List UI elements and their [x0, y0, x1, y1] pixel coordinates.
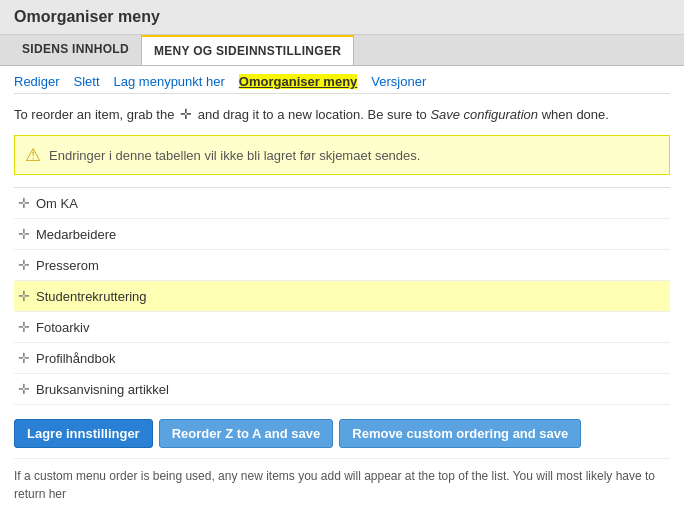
menu-item-presserom[interactable]: ✛ Presserom — [14, 250, 670, 281]
menu-item-om-ka[interactable]: ✛ Om KA — [14, 188, 670, 219]
drag-handle-bruksanvisning[interactable]: ✛ — [18, 381, 30, 397]
menu-item-label-om-ka: Om KA — [36, 196, 78, 211]
menu-item-fotoarkiv[interactable]: ✛ Fotoarkiv — [14, 312, 670, 343]
page-title: Omorganiser meny — [14, 8, 670, 26]
sub-nav: Rediger Slett Lag menypunkt her Omorgani… — [14, 74, 670, 94]
button-bar: Lagre innstillinger Reorder Z to A and s… — [14, 419, 670, 448]
drag-handle-presserom[interactable]: ✛ — [18, 257, 30, 273]
subnav-rediger[interactable]: Rediger — [14, 74, 60, 89]
menu-item-studentrekruttering[interactable]: ✛ Studentrekruttering — [14, 281, 670, 312]
footer-note-text: If a custom menu order is being used, an… — [14, 469, 655, 501]
content-area: Rediger Slett Lag menypunkt her Omorgani… — [0, 66, 684, 511]
page-wrapper: Omorganiser meny SIDENS INNHOLD MENY OG … — [0, 0, 684, 526]
instruction-text: To reorder an item, grab the ✛ and drag … — [14, 104, 670, 125]
menu-item-label-studentrekruttering: Studentrekruttering — [36, 289, 147, 304]
menu-item-label-presserom: Presserom — [36, 258, 99, 273]
menu-item-bruksanvisning[interactable]: ✛ Bruksanvisning artikkel — [14, 374, 670, 405]
save-button[interactable]: Lagre innstillinger — [14, 419, 153, 448]
warning-icon: ⚠ — [25, 144, 41, 166]
subnav-lag-menypunkt-her[interactable]: Lag menypunkt her — [114, 74, 225, 89]
remove-custom-ordering-button[interactable]: Remove custom ordering and save — [339, 419, 581, 448]
instruction-part2: and drag it to a new location. Be sure t… — [198, 107, 431, 122]
menu-item-profilhandbok[interactable]: ✛ Profilhåndbok — [14, 343, 670, 374]
instruction-part1: To reorder an item, grab the — [14, 107, 174, 122]
drag-handle-om-ka[interactable]: ✛ — [18, 195, 30, 211]
footer-note: If a custom menu order is being used, an… — [14, 458, 670, 503]
instruction-part3: when done. — [542, 107, 609, 122]
menu-item-medarbeidere[interactable]: ✛ Medarbeidere — [14, 219, 670, 250]
warning-box: ⚠ Endringer i denne tabellen vil ikke bl… — [14, 135, 670, 175]
drag-handle-medarbeidere[interactable]: ✛ — [18, 226, 30, 242]
subnav-omorganiser-meny[interactable]: Omorganiser meny — [239, 74, 358, 89]
menu-item-label-fotoarkiv: Fotoarkiv — [36, 320, 89, 335]
menu-item-label-medarbeidere: Medarbeidere — [36, 227, 116, 242]
menu-list: ✛ Om KA ✛ Medarbeidere ✛ Presserom ✛ Stu… — [14, 187, 670, 405]
page-title-bar: Omorganiser meny — [0, 0, 684, 35]
reorder-z-to-a-button[interactable]: Reorder Z to A and save — [159, 419, 334, 448]
instruction-italic: Save configuration — [430, 107, 538, 122]
drag-handle-profilhandbok[interactable]: ✛ — [18, 350, 30, 366]
drag-icon: ✛ — [180, 104, 192, 125]
subnav-slett[interactable]: Slett — [74, 74, 100, 89]
menu-item-label-profilhandbok: Profilhåndbok — [36, 351, 116, 366]
menu-item-label-bruksanvisning: Bruksanvisning artikkel — [36, 382, 169, 397]
drag-handle-fotoarkiv[interactable]: ✛ — [18, 319, 30, 335]
tab-bar: SIDENS INNHOLD MENY OG SIDEINNSTILLINGER — [0, 35, 684, 66]
tab-sidens-innhold[interactable]: SIDENS INNHOLD — [10, 35, 141, 65]
tab-meny-og-sideinnstillinger[interactable]: MENY OG SIDEINNSTILLINGER — [141, 35, 354, 65]
warning-text: Endringer i denne tabellen vil ikke bli … — [49, 148, 420, 163]
subnav-versjoner[interactable]: Versjoner — [371, 74, 426, 89]
drag-handle-studentrekruttering[interactable]: ✛ — [18, 288, 30, 304]
